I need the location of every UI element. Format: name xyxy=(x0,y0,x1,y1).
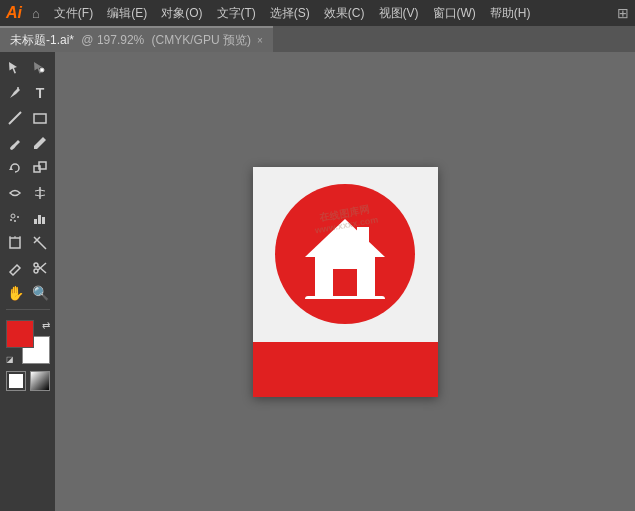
default-colors-icon[interactable]: ◪ xyxy=(6,355,14,364)
svg-rect-23 xyxy=(357,227,369,245)
title-bar: Ai ⌂ 文件(F) 编辑(E) 对象(O) 文字(T) 选择(S) 效果(C)… xyxy=(0,0,635,26)
rect-tool[interactable] xyxy=(28,106,52,130)
svg-point-7 xyxy=(11,214,15,218)
menu-effect[interactable]: 效果(C) xyxy=(318,3,371,24)
tool-row-7 xyxy=(3,206,52,230)
home-icon-svg xyxy=(295,209,395,299)
line-tool[interactable] xyxy=(3,106,27,130)
graph-tool[interactable] xyxy=(28,206,52,230)
svg-rect-25 xyxy=(333,269,357,297)
svg-marker-22 xyxy=(305,219,385,257)
canvas-area[interactable]: 在线图库网 www.xxxx.com xyxy=(55,52,635,511)
menu-file[interactable]: 文件(F) xyxy=(48,3,99,24)
scissors-tool[interactable] xyxy=(28,256,52,280)
menu-select[interactable]: 选择(S) xyxy=(264,3,316,24)
app-logo: Ai xyxy=(6,4,22,22)
menu-help[interactable]: 帮助(H) xyxy=(484,3,537,24)
eraser-tool[interactable] xyxy=(3,256,27,280)
menu-text[interactable]: 文字(T) xyxy=(211,3,262,24)
svg-rect-14 xyxy=(10,238,20,248)
tool-row-10: ✋ 🔍 xyxy=(3,281,52,305)
foreground-color[interactable] xyxy=(6,320,34,348)
color-section: ⇄ ◪ xyxy=(6,320,50,364)
pencil-tool[interactable] xyxy=(28,131,52,155)
toolbar-divider xyxy=(6,309,50,310)
tab-bar: 未标题-1.ai* @ 197.92% (CMYK/GPU 预览) × xyxy=(0,26,635,52)
tool-row-9 xyxy=(3,256,52,280)
brush-tool[interactable] xyxy=(3,131,27,155)
home-circle xyxy=(275,184,415,324)
svg-point-9 xyxy=(14,220,16,222)
artboard-top: 在线图库网 www.xxxx.com xyxy=(253,167,438,342)
toolbar: T xyxy=(0,52,55,511)
svg-rect-11 xyxy=(34,219,37,224)
svg-rect-3 xyxy=(34,114,46,123)
tool-row-8 xyxy=(3,231,52,255)
tool-row-2: T xyxy=(3,81,52,105)
zoom-tool[interactable]: 🔍 xyxy=(28,281,52,305)
text-tool[interactable]: T xyxy=(28,81,52,105)
home-icon: ⌂ xyxy=(32,6,40,21)
none-fill-icon[interactable] xyxy=(6,371,26,391)
svg-point-8 xyxy=(10,219,12,221)
tool-row-6 xyxy=(3,181,52,205)
svg-rect-13 xyxy=(42,217,45,224)
menu-object[interactable]: 对象(O) xyxy=(155,3,208,24)
svg-line-2 xyxy=(9,112,21,124)
pen-tool[interactable] xyxy=(3,81,27,105)
artboard: 在线图库网 www.xxxx.com xyxy=(253,167,438,397)
grid-icon[interactable]: ⊞ xyxy=(617,5,629,21)
tool-row-5 xyxy=(3,156,52,180)
direct-selection-tool[interactable] xyxy=(28,56,52,80)
svg-rect-12 xyxy=(38,215,41,224)
rotate-tool[interactable] xyxy=(3,156,27,180)
tab-label: 未标题-1.ai* @ 197.92% (CMYK/GPU 预览) xyxy=(10,32,251,49)
hand-tool[interactable]: ✋ xyxy=(3,281,27,305)
svg-point-18 xyxy=(34,263,38,267)
svg-point-0 xyxy=(40,68,44,72)
menu-bar: 文件(F) 编辑(E) 对象(O) 文字(T) 选择(S) 效果(C) 视图(V… xyxy=(48,3,617,24)
svg-point-1 xyxy=(17,87,19,89)
tab-close-button[interactable]: × xyxy=(257,35,263,46)
artboard-bottom xyxy=(253,342,438,397)
warp-tool[interactable] xyxy=(3,181,27,205)
color-extra xyxy=(6,371,50,391)
tool-row-1 xyxy=(3,56,52,80)
menu-view[interactable]: 视图(V) xyxy=(373,3,425,24)
tool-row-4 xyxy=(3,131,52,155)
selection-tool[interactable] xyxy=(3,56,27,80)
swap-colors-icon[interactable]: ⇄ xyxy=(42,320,50,331)
menu-edit[interactable]: 编辑(E) xyxy=(101,3,153,24)
scale-tool[interactable] xyxy=(28,156,52,180)
tool-row-3 xyxy=(3,106,52,130)
menu-window[interactable]: 窗口(W) xyxy=(427,3,482,24)
svg-point-19 xyxy=(34,269,38,273)
main-layout: T xyxy=(0,52,635,511)
slice-tool[interactable] xyxy=(28,231,52,255)
svg-point-10 xyxy=(17,216,19,218)
artboard-tool[interactable] xyxy=(3,231,27,255)
width-tool[interactable] xyxy=(28,181,52,205)
symbol-spray-tool[interactable] xyxy=(3,206,27,230)
gradient-fill-icon[interactable] xyxy=(30,371,50,391)
tab-active[interactable]: 未标题-1.ai* @ 197.92% (CMYK/GPU 预览) × xyxy=(0,26,273,52)
svg-rect-26 xyxy=(305,296,385,299)
